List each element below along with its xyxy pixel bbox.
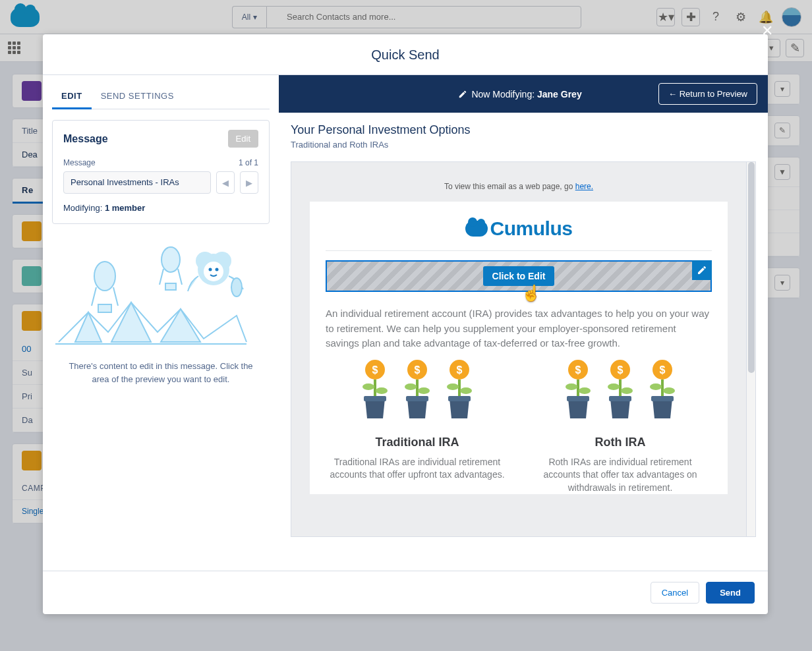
svg-point-47 [621,387,633,394]
pencil-icon [458,90,467,99]
money-plant-icon: $ [645,359,680,422]
message-count: 1 of 1 [239,158,258,167]
svg-marker-1 [111,302,151,342]
svg-text:$: $ [618,364,624,376]
email-body: Cumulus Click to Edit ☝️ An individual r… [310,202,728,494]
message-card: Message Edit Message 1 of 1 Personal Inv… [52,120,270,224]
roth-ira-desc: Roth IRAs are individual retirement acco… [529,456,712,495]
svg-text:$: $ [575,364,581,376]
svg-line-9 [160,269,163,285]
svg-point-18 [231,278,242,297]
preview-pane: Now Modifying: Jane Grey ← Return to Pre… [279,75,768,571]
svg-rect-11 [165,283,176,290]
view-as-webpage-text: To view this email as a web page, go her… [310,175,728,202]
edit-message-button[interactable]: Edit [228,130,258,148]
svg-line-5 [92,287,96,306]
svg-point-4 [94,262,115,291]
hint-text: There's content to edit in this message.… [69,360,253,385]
now-modifying-label: Now Modifying: Jane Grey [382,89,658,99]
svg-marker-2 [161,309,200,342]
svg-text:$: $ [415,364,420,376]
edit-bar: Now Modifying: Jane Grey ← Return to Pre… [279,75,768,113]
svg-point-17 [216,268,219,271]
edit-region-pencil-icon[interactable] [692,260,712,280]
email-paragraph: An individual retirement account (IRA) p… [326,306,712,351]
svg-text:$: $ [660,364,666,376]
preview-header: Your Personal Investment Options Traditi… [279,113,768,155]
money-plant-icon: $ [442,359,477,422]
svg-rect-42 [567,396,589,401]
message-label: Message [63,158,96,167]
email-preview-frame: To view this email as a web page, go her… [291,161,756,537]
svg-text:$: $ [457,364,463,376]
svg-rect-36 [448,396,471,401]
svg-rect-48 [609,396,631,401]
traditional-ira-column: $ $ $ Traditional IRA Traditional IRAs a… [326,359,509,495]
view-here-link[interactable]: here. [575,182,593,191]
svg-rect-30 [406,396,428,401]
svg-point-16 [209,268,212,271]
editable-content-region[interactable]: Click to Edit ☝️ [326,260,712,292]
svg-point-40 [566,383,577,390]
svg-point-35 [460,387,472,394]
svg-point-23 [376,387,388,394]
message-select[interactable]: Personal Investments - IRAs [63,171,211,194]
roth-ira-column: $ $ $ Roth IRA Roth IRAs are individual … [529,359,712,495]
svg-rect-54 [651,396,674,401]
svg-marker-0 [75,312,102,342]
modal-footer: Cancel Send [43,571,768,614]
svg-point-52 [650,383,662,390]
money-plant-icon: $ [357,359,393,422]
svg-rect-24 [364,396,386,401]
message-heading: Message [63,133,108,145]
tab-bar: EDIT SEND SETTINGS [52,84,270,109]
svg-point-29 [418,387,430,394]
svg-point-28 [405,383,417,390]
svg-rect-45 [619,380,622,397]
quick-send-modal: ✕ Quick Send EDIT SEND SETTINGS Message … [43,34,768,614]
money-plant-icon: $ [560,359,596,422]
cancel-button[interactable]: Cancel [651,582,699,604]
send-button[interactable]: Send [706,582,755,604]
brand-logo: Cumulus [465,217,573,240]
left-pane: EDIT SEND SETTINGS Message Edit Message … [43,75,279,571]
tab-edit[interactable]: EDIT [52,84,92,109]
svg-text:$: $ [372,364,378,376]
traditional-ira-desc: Traditional IRAs are individual retireme… [326,456,509,482]
money-plant-icon: $ [602,359,638,422]
astro-mountain-illustration-icon [52,240,250,352]
scrollbar[interactable] [746,162,755,536]
click-to-edit-button[interactable]: Click to Edit [483,266,555,286]
svg-point-22 [362,383,374,390]
svg-rect-27 [416,380,419,397]
svg-rect-39 [577,380,579,397]
svg-rect-7 [98,304,111,312]
next-message-button[interactable]: ▶ [240,171,258,194]
money-plant-icon: $ [399,359,435,422]
preview-title: Your Personal Investment Options [291,123,756,137]
close-button[interactable]: ✕ [761,22,773,40]
pencil-icon [697,265,707,275]
tab-send-settings[interactable]: SEND SETTINGS [92,84,183,109]
cloud-icon [465,221,488,237]
hand-cursor-icon: ☝️ [521,284,541,302]
svg-line-6 [113,287,118,306]
return-to-preview-button[interactable]: ← Return to Preview [658,83,757,105]
svg-rect-21 [374,380,376,397]
preview-subtitle: Traditional and Roth IRAs [291,140,756,150]
svg-point-53 [663,387,675,394]
modal-title: Quick Send [43,34,768,75]
illustration: There's content to edit in this message.… [52,240,270,385]
traditional-ira-title: Traditional IRA [326,436,509,449]
svg-point-41 [579,387,591,394]
svg-rect-33 [458,380,461,397]
svg-point-8 [161,247,180,272]
modifying-text: Modifying: 1 member [63,203,258,213]
svg-rect-51 [661,380,664,397]
svg-point-46 [608,383,620,390]
prev-message-button[interactable]: ◀ [216,171,235,194]
roth-ira-title: Roth IRA [529,436,712,449]
svg-point-34 [447,383,459,390]
svg-point-15 [204,262,223,281]
svg-line-10 [178,269,182,285]
